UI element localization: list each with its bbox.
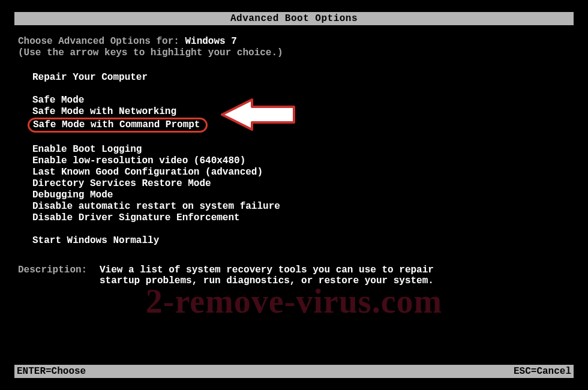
boot-screen: Advanced Boot Options Choose Advanced Op… <box>0 0 588 390</box>
title-text: Advanced Boot Options <box>230 13 358 24</box>
selected-highlight: Safe Mode with Command Prompt <box>28 118 208 133</box>
menu-start-windows-normally[interactable]: Start Windows Normally <box>32 235 570 247</box>
menu-enable-boot-logging[interactable]: Enable Boot Logging <box>32 144 570 155</box>
content-area: Choose Advanced Options for: Windows 7 (… <box>18 36 570 366</box>
menu-debugging-mode[interactable]: Debugging Mode <box>32 190 570 201</box>
menu-directory-services-restore[interactable]: Directory Services Restore Mode <box>32 178 570 190</box>
title-bar: Advanced Boot Options <box>14 12 574 25</box>
choose-line: Choose Advanced Options for: Windows 7 <box>18 36 570 47</box>
menu-safe-mode-networking[interactable]: Safe Mode with Networking <box>32 106 570 118</box>
menu-safe-mode-command-prompt[interactable]: Safe Mode with Command Prompt <box>32 118 570 133</box>
description-text: View a list of system recovery tools you… <box>100 265 570 286</box>
hint-line: (Use the arrow keys to highlight your ch… <box>18 47 570 59</box>
description-label: Description: <box>18 265 100 286</box>
menu-last-known-good[interactable]: Last Known Good Configuration (advanced) <box>32 167 570 178</box>
menu-repair-your-computer[interactable]: Repair Your Computer <box>32 72 570 83</box>
footer-bar: ENTER=Choose ESC=Cancel <box>14 365 574 378</box>
menu-safe-mode[interactable]: Safe Mode <box>32 95 570 106</box>
footer-enter: ENTER=Choose <box>17 365 86 378</box>
menu-disable-driver-sig[interactable]: Disable Driver Signature Enforcement <box>32 212 570 224</box>
menu-disable-auto-restart[interactable]: Disable automatic restart on system fail… <box>32 201 570 212</box>
description-block: Description: View a list of system recov… <box>18 265 570 286</box>
footer-esc: ESC=Cancel <box>514 365 571 378</box>
os-name: Windows 7 <box>185 36 236 47</box>
menu-low-res-video[interactable]: Enable low-resolution video (640x480) <box>32 155 570 167</box>
boot-menu[interactable]: Repair Your Computer Safe Mode Safe Mode… <box>18 72 570 247</box>
